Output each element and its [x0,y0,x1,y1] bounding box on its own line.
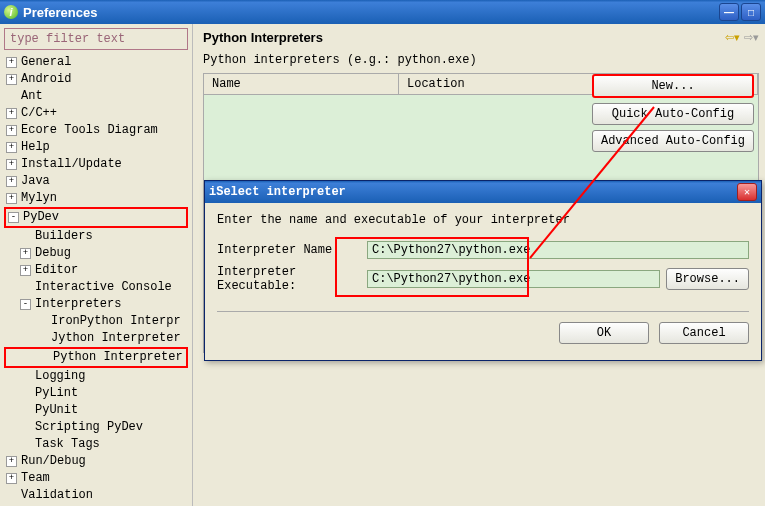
tree-item-label: C/C++ [21,105,57,122]
tree-item[interactable]: IronPython Interpr [4,313,188,330]
interpreter-name-label: Interpreter Name: [217,243,367,257]
tree-item[interactable]: +Team [4,470,188,487]
expand-icon[interactable]: + [6,176,17,187]
interpreter-executable-label: Interpreter Executable: [217,265,367,293]
tree-item[interactable]: -Interpreters [4,296,188,313]
tree-item[interactable]: PyLint [4,385,188,402]
dialog-message: Enter the name and executable of your in… [217,213,749,227]
tree-item-label: Run/Debug [21,453,86,470]
expand-icon[interactable]: + [6,159,17,170]
tree-item[interactable]: PyUnit [4,402,188,419]
dialog-titlebar: i Select interpreter ✕ [205,181,761,203]
app-icon: i [4,5,18,19]
window-titlebar: i Preferences — □ [0,0,765,24]
browse-button[interactable]: Browse... [666,268,749,290]
tree-item[interactable]: Validation [4,487,188,504]
minimize-button[interactable]: — [719,3,739,21]
tree-item-label: PyLint [35,385,78,402]
tree-item-label: Jython Interpreter [51,330,181,347]
new-button[interactable]: New... [592,74,754,98]
interpreter-executable-input[interactable] [367,270,660,288]
tree-item-label: Ecore Tools Diagram [21,122,158,139]
tree-item-label: Validation [21,487,93,504]
tree-item-label: PyUnit [35,402,78,419]
back-button[interactable]: ⇦▾ [725,31,740,44]
tree-item[interactable]: +General [4,54,188,71]
tree-item-label: Install/Update [21,156,122,173]
expand-icon[interactable]: + [20,265,31,276]
tree-item-label: Logging [35,368,85,385]
collapse-icon[interactable]: - [8,212,19,223]
forward-button[interactable]: ⇨▾ [744,31,759,44]
tree-item[interactable]: +Android [4,71,188,88]
collapse-icon[interactable]: - [20,299,31,310]
tree-item[interactable]: Python Interpreter [4,347,188,368]
cancel-button[interactable]: Cancel [659,322,749,344]
ok-button[interactable]: OK [559,322,649,344]
tree-item[interactable]: Logging [4,368,188,385]
tree-item[interactable]: -PyDev [4,207,188,228]
page-description: Python interpreters (e.g.: python.exe) [203,53,759,67]
preferences-sidebar: type filter text +General+AndroidAnt+C/C… [0,24,193,506]
tree-item[interactable]: +Mylyn [4,190,188,207]
page-title: Python Interpreters [203,30,323,45]
tree-item-label: Mylyn [21,190,57,207]
tree-item-label: Task Tags [35,436,100,453]
expand-icon[interactable]: + [6,456,17,467]
advanced-auto-config-button[interactable]: Advanced Auto-Config [592,130,754,152]
tree-item[interactable]: +Help [4,139,188,156]
expand-icon[interactable]: + [6,193,17,204]
expand-icon[interactable]: + [6,473,17,484]
dialog-title-text: Select interpreter [216,185,346,199]
tree-item-label: Help [21,139,50,156]
tree-item[interactable]: +Install/Update [4,156,188,173]
tree-item[interactable]: Jython Interpreter [4,330,188,347]
expand-icon[interactable]: + [6,108,17,119]
tree-item[interactable]: +Editor [4,262,188,279]
tree-item-label: Ant [21,88,43,105]
tree-item[interactable]: +Java [4,173,188,190]
expand-icon[interactable]: + [6,74,17,85]
window-title: Preferences [23,5,97,20]
tree-item-label: Interpreters [35,296,121,313]
expand-icon[interactable]: + [6,125,17,136]
tree-item-label: Scripting PyDev [35,419,143,436]
dialog-icon: i [209,185,216,199]
tree-item-label: Java [21,173,50,190]
maximize-button[interactable]: □ [741,3,761,21]
expand-icon[interactable]: + [6,57,17,68]
tree-item-label: Android [21,71,71,88]
tree-item[interactable]: Builders [4,228,188,245]
tree-item-label: IronPython Interpr [51,313,181,330]
close-button[interactable]: ✕ [737,183,757,201]
tree-item[interactable]: +Debug [4,245,188,262]
tree-item[interactable]: Task Tags [4,436,188,453]
tree-item-label: Debug [35,245,71,262]
interpreter-name-input[interactable] [367,241,749,259]
tree-item[interactable]: Interactive Console [4,279,188,296]
tree-item-label: General [21,54,71,71]
tree-item[interactable]: Scripting PyDev [4,419,188,436]
tree-item[interactable]: +C/C++ [4,105,188,122]
tree-item-label: Team [21,470,50,487]
tree-item[interactable]: Ant [4,88,188,105]
quick-auto-config-button[interactable]: Quick Auto-Config [592,103,754,125]
column-header-name[interactable]: Name [204,74,399,94]
tree-item[interactable]: +Run/Debug [4,453,188,470]
tree-item[interactable]: +Ecore Tools Diagram [4,122,188,139]
select-interpreter-dialog: i Select interpreter ✕ Enter the name an… [204,180,762,361]
tree-item-label: PyDev [23,209,59,226]
tree-item-label: Editor [35,262,78,279]
filter-input[interactable]: type filter text [4,28,188,50]
tree-item-label: Builders [35,228,93,245]
preferences-tree[interactable]: +General+AndroidAnt+C/C+++Ecore Tools Di… [4,54,188,506]
expand-icon[interactable]: + [6,142,17,153]
tree-item-label: Python Interpreter [53,349,183,366]
tree-item-label: Interactive Console [35,279,172,296]
expand-icon[interactable]: + [20,248,31,259]
